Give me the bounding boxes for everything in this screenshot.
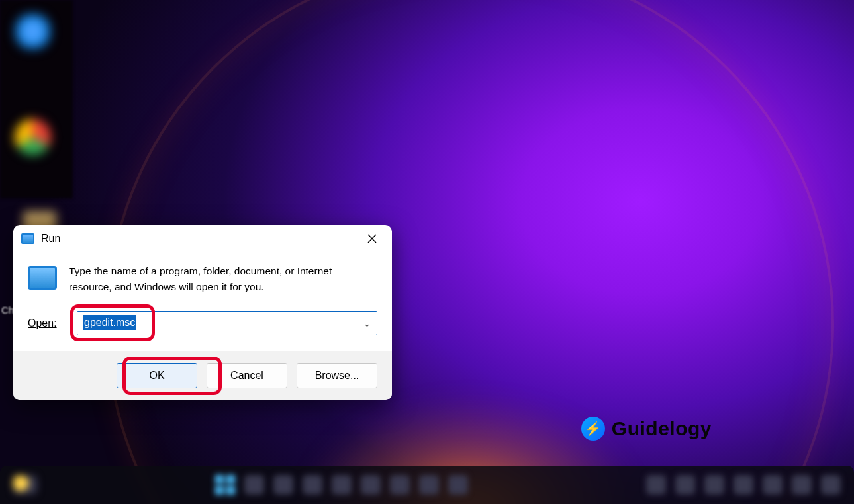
run-icon [21,233,34,244]
close-icon [367,234,377,243]
taskbar-tray-icon[interactable] [704,475,724,495]
taskbar-app-icon[interactable] [244,475,264,495]
desktop-icon-edge[interactable] [15,13,51,50]
taskbar-app-icon[interactable] [390,475,410,495]
taskbar[interactable] [0,466,854,504]
open-input-value: gpedit.msc [83,315,136,330]
browse-button[interactable]: Browse... [297,363,377,388]
ok-button[interactable]: OK [117,363,197,388]
watermark-logo-icon: ⚡ [581,417,605,441]
button-bar: OK Cancel Browse... [13,351,392,400]
dialog-body: Type the name of a program, folder, docu… [13,251,392,311]
dialog-description: Type the name of a program, folder, docu… [69,263,377,295]
cancel-button[interactable]: Cancel [207,363,287,388]
taskbar-center [215,475,468,495]
taskbar-app-icon[interactable] [448,475,468,495]
taskbar-left [13,476,37,494]
open-input[interactable]: gpedit.msc [77,311,377,335]
open-row: Open: gpedit.msc ⌄ [13,311,392,351]
taskbar-tray-icon[interactable] [646,475,666,495]
dialog-title: Run [41,233,60,245]
start-button[interactable] [215,475,235,495]
taskbar-right [646,475,841,495]
watermark: ⚡ Guidelogy [581,417,712,441]
taskbar-app-icon[interactable] [303,475,322,495]
desktop-label-fragment: Ch [1,304,14,315]
taskbar-app-icon[interactable] [273,475,293,495]
taskbar-app-icon[interactable] [332,475,352,495]
taskbar-tray-icon[interactable] [792,475,812,495]
taskbar-tray-icon[interactable] [734,475,753,495]
open-combo-wrap: gpedit.msc ⌄ [77,311,377,335]
titlebar[interactable]: Run [13,225,392,251]
taskbar-tray-icon[interactable] [821,475,841,495]
close-button[interactable] [359,229,385,249]
taskbar-weather-icon[interactable] [13,476,37,494]
run-dialog: Run Type the name of a program, folder, … [13,225,392,400]
taskbar-app-icon[interactable] [419,475,439,495]
taskbar-app-icon[interactable] [361,475,381,495]
watermark-text: Guidelogy [612,417,712,440]
taskbar-tray-icon[interactable] [675,475,695,495]
taskbar-tray-icon[interactable] [763,475,783,495]
open-label: Open: [28,317,65,329]
desktop-icon-chrome[interactable] [15,119,51,155]
run-large-icon [28,266,57,290]
